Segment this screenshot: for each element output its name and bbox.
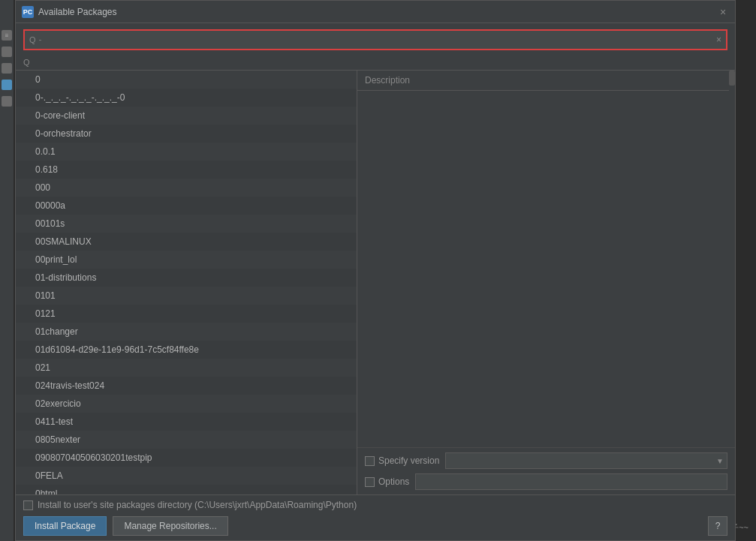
- side-icon-1: ≡: [2, 30, 12, 41]
- title-bar: PC Available Packages ×: [16, 1, 735, 23]
- side-icon-3: [2, 63, 12, 74]
- side-icon-5: [2, 96, 12, 107]
- list-item[interactable]: 0411-test: [16, 413, 357, 431]
- footer: Install to user's site packages director…: [16, 494, 735, 540]
- list-item[interactable]: 0html: [16, 485, 357, 494]
- list-item[interactable]: 0.618: [16, 161, 357, 179]
- bottom-controls: Specify version ▼ Options: [357, 447, 735, 494]
- options-input[interactable]: [415, 473, 727, 490]
- version-row: Specify version ▼: [365, 452, 727, 469]
- list-item[interactable]: 01-distributions: [16, 269, 357, 287]
- search-clear-icon[interactable]: ×: [716, 35, 721, 45]
- help-button[interactable]: ?: [708, 516, 727, 536]
- list-item[interactable]: 00SMALINUX: [16, 233, 357, 251]
- button-row: Install Package Manage Repositories... ?: [23, 516, 727, 536]
- list-item[interactable]: 0-core-client: [16, 107, 357, 125]
- list-item[interactable]: 000: [16, 179, 357, 197]
- description-panel: Description Specify version ▼: [357, 71, 735, 494]
- options-row: Options: [365, 473, 727, 490]
- list-item[interactable]: 0.0.1: [16, 143, 357, 161]
- filter-icon: Q: [23, 58, 30, 67]
- side-icon-2: [2, 47, 12, 57]
- description-scrollbar[interactable]: [729, 71, 735, 434]
- search-area: Q ×: [16, 23, 735, 56]
- list-item[interactable]: 090807040506030201testpip: [16, 449, 357, 467]
- list-item[interactable]: 01changer: [16, 323, 357, 341]
- filter-row: Q: [16, 56, 735, 70]
- list-item[interactable]: 0805nexter: [16, 431, 357, 449]
- options-wrapper: Options: [365, 476, 409, 487]
- list-item[interactable]: 0121: [16, 305, 357, 323]
- list-item[interactable]: 0FELA: [16, 467, 357, 485]
- install-path-row: Install to user's site packages director…: [23, 500, 727, 510]
- list-item[interactable]: 00101s: [16, 215, 357, 233]
- options-label: Options: [378, 476, 409, 487]
- side-strip: ≡: [0, 0, 14, 541]
- list-item[interactable]: 00print_lol: [16, 251, 357, 269]
- list-item[interactable]: 0101: [16, 287, 357, 305]
- list-item[interactable]: 01d61084-d29e-11e9-96d1-7c5cf84ffe8e: [16, 341, 357, 359]
- side-icon-active: [2, 80, 12, 90]
- list-item[interactable]: 0-._._._-._._._-._._._-0: [16, 89, 357, 107]
- options-checkbox[interactable]: [365, 477, 375, 487]
- package-list[interactable]: 0 0-._._._-._._._-._._._-0 0-core-client…: [16, 71, 357, 494]
- list-item[interactable]: 02exercicio: [16, 395, 357, 413]
- list-item[interactable]: 0: [16, 71, 357, 89]
- version-dropdown[interactable]: ▼: [445, 452, 727, 469]
- available-packages-dialog: PC Available Packages × Q × Q 0 0-._._._…: [15, 0, 736, 541]
- pycharm-icon: PC: [22, 6, 34, 18]
- install-user-checkbox[interactable]: [23, 500, 33, 510]
- list-item[interactable]: 024travis-test024: [16, 377, 357, 395]
- install-package-button[interactable]: Install Package: [23, 516, 107, 536]
- list-item[interactable]: 0-orchestrator: [16, 125, 357, 143]
- manage-repositories-button[interactable]: Manage Repositories...: [113, 516, 227, 536]
- search-input[interactable]: [39, 35, 716, 45]
- description-body: [357, 91, 735, 447]
- scrollbar-thumb: [729, 71, 735, 86]
- list-item[interactable]: 021: [16, 359, 357, 377]
- dialog-title: Available Packages: [38, 7, 117, 17]
- description-header: Description: [357, 71, 735, 91]
- install-path-text: Install to user's site packages director…: [38, 500, 357, 510]
- specify-version-wrapper: Specify version: [365, 455, 439, 466]
- specify-version-checkbox[interactable]: [365, 456, 375, 466]
- list-item[interactable]: 00000a: [16, 197, 357, 215]
- specify-version-label: Specify version: [378, 455, 439, 466]
- search-icon: Q: [29, 35, 36, 44]
- content-area: 0 0-._._._-._._._-._._._-0 0-core-client…: [16, 70, 735, 494]
- close-button[interactable]: ×: [717, 6, 729, 18]
- version-dropdown-arrow-icon: ▼: [716, 457, 724, 465]
- title-bar-left: PC Available Packages: [22, 6, 117, 18]
- search-input-wrapper[interactable]: Q ×: [23, 29, 727, 50]
